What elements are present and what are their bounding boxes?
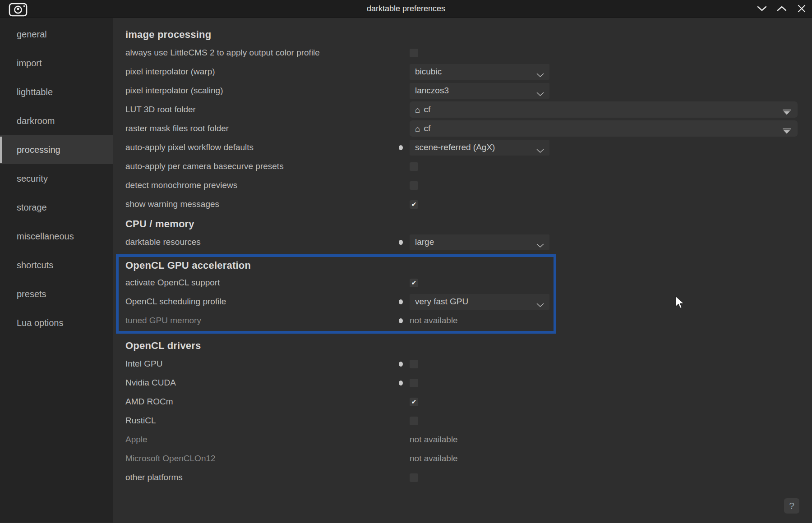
sidebar-item-label: processing: [17, 145, 60, 155]
preference-label: RustiCL: [125, 416, 396, 426]
folder-path-combo[interactable]: ⌂cf: [410, 120, 798, 137]
preference-value-text: not available: [410, 454, 458, 463]
dropdown-value: lanczos3: [415, 86, 449, 96]
preference-checkbox[interactable]: [410, 473, 418, 482]
preferences-sidebar: generalimportlighttabledarkroomprocessin…: [0, 18, 113, 523]
folder-path-combo[interactable]: ⌂cf: [410, 101, 798, 118]
preference-label: AMD ROCm: [125, 397, 396, 407]
modified-bullet-icon: [399, 362, 403, 367]
preference-label: always use LittleCMS 2 to apply output c…: [125, 48, 396, 58]
section-title: OpenCL drivers: [125, 337, 812, 354]
section-image-processing: image processingalways use LittleCMS 2 t…: [125, 26, 812, 214]
sidebar-item-darkroom[interactable]: darkroom: [0, 106, 113, 135]
preference-label: tuned GPU memory: [125, 316, 396, 326]
modified-bullet-icon: [399, 318, 403, 323]
window-close-button[interactable]: [794, 1, 809, 17]
preference-label: darktable resources: [125, 237, 396, 247]
titlebar: darktable preferences: [0, 0, 812, 18]
home-icon: ⌂: [415, 124, 420, 133]
window-shade-button[interactable]: [774, 1, 789, 17]
chevron-down-icon: [536, 300, 544, 310]
modified-indicator-slot: [396, 362, 410, 367]
section-opencl-gpu-acceleration: OpenCL GPU accelerationactivate OpenCL s…: [116, 254, 556, 334]
preference-checkbox[interactable]: [410, 162, 418, 171]
preference-label: pixel interpolator (scaling): [125, 86, 396, 96]
dropdown-arrow-icon: [782, 126, 791, 136]
section-title: OpenCL GPU acceleration: [125, 258, 554, 273]
sidebar-item-label: Lua options: [17, 318, 63, 328]
preference-checkbox[interactable]: [410, 417, 418, 425]
sidebar-item-label: miscellaneous: [17, 231, 74, 242]
preference-label: OpenCL scheduling profile: [125, 297, 396, 307]
preference-value-text: not available: [410, 435, 458, 445]
sidebar-item-storage[interactable]: storage: [0, 193, 113, 222]
preference-row: Microsoft OpenCLOn12not available: [125, 449, 812, 468]
preference-label: detect monochrome previews: [125, 180, 396, 190]
chevron-up-icon: [777, 6, 787, 13]
sidebar-item-lighttable[interactable]: lighttable: [0, 78, 113, 106]
preference-dropdown[interactable]: scene-referred (AgX): [410, 140, 549, 156]
sidebar-item-presets[interactable]: presets: [0, 280, 113, 308]
preference-checkbox[interactable]: [410, 181, 418, 190]
modified-bullet-icon: [399, 240, 403, 245]
help-button[interactable]: ?: [784, 498, 799, 514]
sidebar-item-shortcuts[interactable]: shortcuts: [0, 251, 113, 280]
chevron-down-icon: [536, 240, 544, 250]
dropdown-value: very fast GPU: [415, 297, 468, 307]
preference-row: Applenot available: [125, 430, 812, 449]
preference-label: other platforms: [125, 473, 396, 482]
chevron-down-icon: [536, 89, 544, 99]
sidebar-item-lua-options[interactable]: Lua options: [0, 308, 113, 337]
preference-label: Intel GPU: [125, 359, 396, 369]
modified-bullet-icon: [399, 299, 403, 304]
sidebar-item-security[interactable]: security: [0, 164, 113, 193]
preference-label: activate OpenCL support: [125, 278, 396, 288]
preference-label: pixel interpolator (warp): [125, 67, 396, 77]
window-controls: [754, 0, 809, 18]
preference-checkbox[interactable]: [410, 379, 418, 387]
dropdown-value: large: [415, 237, 434, 247]
preference-dropdown[interactable]: lanczos3: [410, 83, 549, 99]
section-title: CPU / memory: [125, 216, 812, 233]
preference-dropdown[interactable]: bicubic: [410, 64, 549, 80]
preference-dropdown[interactable]: large: [410, 234, 549, 250]
preference-checkbox[interactable]: ✔: [410, 279, 418, 287]
modified-indicator-slot: [396, 145, 410, 150]
preference-value-text: not available: [410, 316, 458, 326]
window-unshade-button[interactable]: [754, 1, 770, 17]
preference-checkbox[interactable]: ✔: [410, 398, 418, 406]
modified-bullet-icon: [399, 381, 403, 385]
chevron-down-icon: [757, 6, 767, 13]
preference-row: OpenCL scheduling profilevery fast GPU: [125, 292, 554, 311]
preference-row: auto-apply pixel workflow defaultsscene-…: [125, 138, 812, 157]
sidebar-item-import[interactable]: import: [0, 49, 113, 78]
section-opencl-drivers: OpenCL driversIntel GPUNvidia CUDAAMD RO…: [125, 337, 812, 487]
modified-indicator-slot: [396, 318, 410, 323]
modified-indicator-slot: [396, 381, 410, 385]
dropdown-arrow-icon: [782, 107, 791, 117]
chevron-down-icon: [536, 146, 544, 156]
sidebar-item-label: storage: [17, 202, 47, 213]
preferences-content: image processingalways use LittleCMS 2 t…: [113, 18, 812, 523]
darktable-logo-icon: [7, 2, 29, 17]
sidebar-item-label: shortcuts: [17, 260, 53, 271]
preference-dropdown[interactable]: very fast GPU: [410, 294, 549, 310]
preference-row: always use LittleCMS 2 to apply output c…: [125, 43, 812, 62]
preference-checkbox[interactable]: [410, 360, 418, 368]
preference-checkbox[interactable]: ✔: [410, 200, 418, 209]
chevron-down-icon: [536, 70, 544, 80]
sidebar-item-general[interactable]: general: [0, 20, 113, 49]
sidebar-item-processing[interactable]: processing: [0, 135, 113, 164]
dropdown-value: bicubic: [415, 67, 442, 77]
sidebar-item-label: lighttable: [17, 87, 53, 97]
preference-row: other platforms: [125, 468, 812, 487]
close-icon: [798, 5, 806, 14]
preference-checkbox[interactable]: [410, 49, 418, 57]
preference-label: auto-apply pixel workflow defaults: [125, 142, 396, 152]
sidebar-item-miscellaneous[interactable]: miscellaneous: [0, 222, 113, 251]
checkmark-icon: ✔: [411, 279, 417, 286]
preference-row: tuned GPU memorynot available: [125, 311, 554, 330]
preference-row: darktable resourceslarge: [125, 233, 812, 252]
preference-row: AMD ROCm✔: [125, 392, 812, 411]
preference-label: show warning messages: [125, 199, 396, 209]
